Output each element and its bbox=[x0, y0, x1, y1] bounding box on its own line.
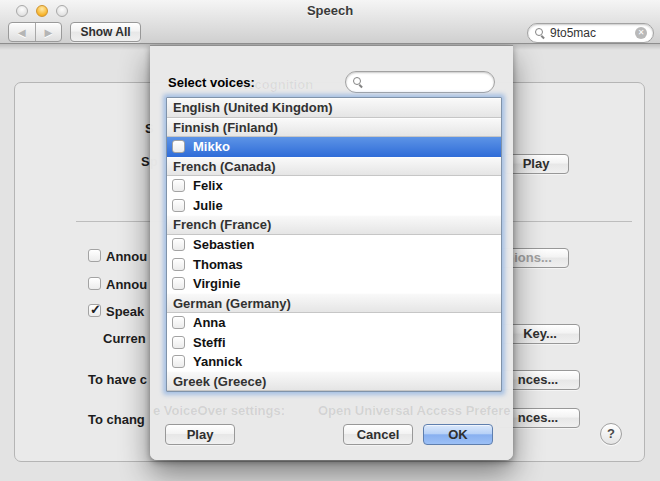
voice-group-label: English (United Kingdom) bbox=[173, 100, 333, 115]
select-voices-label: Select voices: bbox=[168, 75, 255, 90]
speak-selected-text-checkbox[interactable] bbox=[88, 304, 101, 317]
voice-checkbox[interactable] bbox=[172, 179, 185, 192]
voice-group-header[interactable]: English (United Kingdom) bbox=[167, 98, 501, 118]
voice-row[interactable]: Virginie bbox=[167, 274, 501, 294]
preferences-search-field[interactable]: ✕ bbox=[527, 23, 654, 43]
voice-list: English (United Kingdom)Finnish (Finland… bbox=[166, 97, 502, 392]
voice-group-header[interactable]: Greek (Greece) bbox=[167, 371, 501, 391]
voice-name-label: Sebastien bbox=[193, 237, 254, 252]
voice-group-label: Finnish (Finland) bbox=[173, 120, 278, 135]
voice-name-label: Virginie bbox=[193, 276, 240, 291]
back-button[interactable]: ◀ bbox=[9, 23, 36, 41]
select-voices-sheet: Recognition e VoiceOver settings: Open U… bbox=[150, 45, 513, 460]
announce-attention-checkbox[interactable] bbox=[88, 277, 101, 290]
voice-search-input[interactable] bbox=[368, 75, 488, 89]
forward-button[interactable]: ▶ bbox=[36, 23, 62, 41]
voice-group-label: French (France) bbox=[173, 217, 271, 232]
ok-button[interactable]: OK bbox=[423, 424, 493, 445]
sheet-play-button[interactable]: Play bbox=[165, 424, 235, 445]
title-bar: Speech ◀ ▶ Show All ✕ bbox=[0, 0, 660, 44]
voice-checkbox[interactable] bbox=[172, 336, 185, 349]
voice-checkbox[interactable] bbox=[172, 316, 185, 329]
voice-group-header[interactable]: French (France) bbox=[167, 215, 501, 235]
search-input[interactable] bbox=[550, 26, 631, 40]
voice-group-label: Greek (Greece) bbox=[173, 374, 266, 389]
cancel-button[interactable]: Cancel bbox=[343, 424, 413, 445]
voice-name-label: Steffi bbox=[193, 335, 226, 350]
ghost-universal-access-text: Open Universal Access Prefere bbox=[318, 403, 510, 418]
voice-row[interactable]: Mikko bbox=[167, 137, 501, 157]
speech-preferences-window: Speech ◀ ▶ Show All ✕ S Sp Annou Annou S… bbox=[0, 0, 660, 481]
forward-arrow-icon: ▶ bbox=[44, 27, 52, 38]
ghost-voiceover-text: e VoiceOver settings: bbox=[153, 403, 285, 418]
voice-name-label: Yannick bbox=[193, 354, 242, 369]
voice-name-label: Anna bbox=[193, 315, 226, 330]
voice-name-label: Mikko bbox=[193, 139, 230, 154]
voice-name-label: Julie bbox=[193, 198, 223, 213]
voice-name-label: Thomas bbox=[193, 257, 243, 272]
voice-checkbox[interactable] bbox=[172, 199, 185, 212]
voice-group-header[interactable]: Finnish (Finland) bbox=[167, 118, 501, 138]
voice-checkbox[interactable] bbox=[172, 258, 185, 271]
voice-checkbox[interactable] bbox=[172, 355, 185, 368]
voice-row[interactable]: Yannick bbox=[167, 352, 501, 372]
voice-group-header[interactable]: French (Canada) bbox=[167, 157, 501, 177]
voice-group-header[interactable]: German (Germany) bbox=[167, 293, 501, 313]
voice-group-label: German (Germany) bbox=[173, 296, 291, 311]
nav-back-forward: ◀ ▶ bbox=[8, 22, 62, 42]
help-button[interactable]: ? bbox=[600, 423, 622, 445]
voice-row[interactable]: Julie bbox=[167, 196, 501, 216]
voiceover-label-fragment: To chang bbox=[88, 412, 145, 427]
voice-checkbox[interactable] bbox=[172, 140, 185, 153]
voice-search-field[interactable] bbox=[345, 71, 495, 93]
announce-alerts-checkbox[interactable] bbox=[88, 249, 101, 262]
voice-checkbox[interactable] bbox=[172, 238, 185, 251]
announce-attention-label-fragment: Annou bbox=[106, 277, 147, 292]
voice-group-label: French (Canada) bbox=[173, 159, 276, 174]
current-key-label-fragment: Curren bbox=[103, 331, 146, 346]
show-all-button[interactable]: Show All bbox=[70, 22, 141, 42]
voice-row[interactable]: Sebastien bbox=[167, 235, 501, 255]
voice-row[interactable]: Felix bbox=[167, 176, 501, 196]
clear-search-icon[interactable]: ✕ bbox=[635, 27, 647, 39]
clock-announce-label-fragment: To have c bbox=[88, 372, 147, 387]
window-title: Speech bbox=[0, 3, 660, 18]
voice-checkbox[interactable] bbox=[172, 277, 185, 290]
search-icon bbox=[352, 76, 364, 88]
voice-row[interactable]: Thomas bbox=[167, 254, 501, 274]
back-arrow-icon: ◀ bbox=[18, 27, 26, 38]
voice-row[interactable]: Steffi bbox=[167, 332, 501, 352]
announce-alerts-label-fragment: Annou bbox=[106, 249, 147, 264]
speak-selected-label-fragment: Speak bbox=[106, 304, 144, 319]
search-icon bbox=[534, 27, 546, 39]
voice-row[interactable]: Anna bbox=[167, 313, 501, 333]
voice-name-label: Felix bbox=[193, 178, 223, 193]
